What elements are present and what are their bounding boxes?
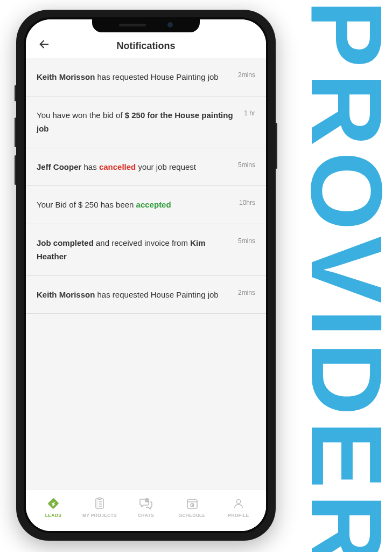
tab-bar: LEADSMY PROJECTS9CHATSSCHEDULEPROFILE: [26, 489, 266, 531]
notification-text-segment: accepted: [136, 200, 171, 209]
notification-text-segment: Jeff Cooper: [37, 162, 81, 171]
leads-icon: [46, 496, 60, 510]
notification-item[interactable]: Keith Morisson has requested House Paint…: [26, 276, 266, 314]
app-screen: Notifications Keith Morisson has request…: [26, 19, 266, 531]
notification-item[interactable]: Jeff Cooper has cancelled your job reque…: [26, 148, 266, 187]
phone-speaker: [119, 24, 146, 26]
notification-item[interactable]: Your Bid of $ 250 has been accepted10hrs: [26, 186, 266, 224]
notification-item[interactable]: You have won the bid of $ 250 for the Ho…: [26, 96, 266, 148]
notification-text: Keith Morisson has requested House Paint…: [37, 70, 227, 84]
notification-text-segment: your job request: [136, 162, 196, 171]
tab-my-projects[interactable]: MY PROJECTS: [76, 496, 123, 518]
notification-text-segment: You have won the bid of: [37, 111, 125, 120]
notification-item[interactable]: Job completed and received invoice from …: [26, 224, 266, 276]
notification-text: Your Bid of $ 250 has been accepted: [37, 198, 228, 212]
phone-notch: [92, 17, 200, 32]
notification-text-segment: Keith Morisson: [37, 72, 95, 81]
notification-text-segment: Keith Morisson: [37, 290, 95, 299]
notification-text: You have won the bid of $ 250 for the Ho…: [37, 108, 233, 136]
tab-label: SCHEDULE: [179, 513, 205, 518]
phone-bezel: Notifications Keith Morisson has request…: [24, 17, 268, 533]
tab-label: PROFILE: [228, 513, 249, 518]
notification-text: Job completed and received invoice from …: [37, 236, 227, 264]
notification-item[interactable]: Keith Morisson has requested House Paint…: [26, 58, 266, 96]
svg-rect-1: [96, 499, 103, 508]
tab-label: MY PROJECTS: [82, 513, 117, 518]
notification-text-segment: and received invoice from: [94, 238, 190, 247]
phone-power-button: [276, 123, 277, 169]
tab-chats[interactable]: 9CHATS: [123, 496, 169, 518]
projects-icon: [93, 496, 107, 510]
back-arrow-icon: [38, 38, 50, 50]
notification-time: 5mins: [238, 236, 255, 245]
notifications-list[interactable]: Keith Morisson has requested House Paint…: [26, 58, 266, 489]
svg-line-17: [192, 505, 193, 506]
phone-camera: [167, 22, 173, 27]
phone-volume-up: [15, 118, 16, 147]
tab-label: CHATS: [138, 513, 154, 518]
notification-text-segment: Your Bid of $ 250 has been: [37, 200, 136, 209]
page-title: Notifications: [116, 40, 175, 52]
tab-schedule[interactable]: SCHEDULE: [169, 496, 215, 518]
notification-text-segment: cancelled: [99, 162, 136, 171]
phone-frame: Notifications Keith Morisson has request…: [16, 10, 276, 541]
phone-mute-switch: [15, 85, 16, 101]
notification-time: 5mins: [238, 160, 255, 169]
svg-point-18: [236, 499, 240, 503]
svg-rect-2: [98, 498, 101, 499]
profile-icon: [232, 496, 246, 510]
notification-text: Keith Morisson has requested House Paint…: [37, 288, 227, 302]
notification-time: 10hrs: [239, 198, 255, 206]
notification-text-segment: has: [81, 162, 99, 171]
notification-text-segment: has requested House Painting job: [95, 290, 218, 299]
notification-text-segment: has requested House Painting job: [95, 72, 218, 81]
schedule-icon: [185, 496, 199, 510]
tab-leads[interactable]: LEADS: [30, 496, 76, 518]
notification-time: 2mins: [238, 70, 255, 79]
notification-time: 1 hr: [244, 108, 255, 117]
provider-decor-label: PROVIDER: [296, 0, 392, 552]
tab-profile[interactable]: PROFILE: [215, 496, 262, 518]
phone-volume-down: [15, 155, 16, 185]
notification-text-segment: Job completed: [37, 238, 94, 247]
tab-label: LEADS: [45, 513, 61, 518]
notification-text: Jeff Cooper has cancelled your job reque…: [37, 160, 227, 174]
chats-icon: 9: [139, 496, 153, 510]
back-button[interactable]: [36, 36, 53, 53]
notification-time: 2mins: [238, 288, 255, 296]
